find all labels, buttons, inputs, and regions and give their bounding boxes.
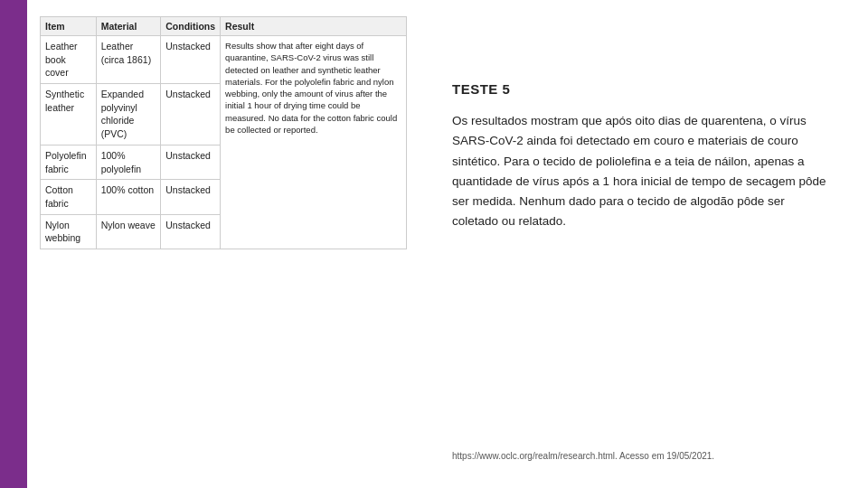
table-row: Leather book coverLeather (circa 1861)Un… — [41, 36, 407, 84]
cell-item: Cotton fabric — [41, 180, 97, 214]
cell-material: 100% polyolefin — [96, 145, 161, 179]
col-header-result: Result — [221, 17, 407, 36]
data-table: Item Material Conditions Result Leather … — [40, 16, 407, 249]
cell-conditions: Unstacked — [161, 84, 221, 145]
cell-item: Nylon webbing — [41, 214, 97, 249]
col-header-item: Item — [41, 17, 97, 36]
cell-item: Leather book cover — [41, 36, 97, 84]
cell-conditions: Unstacked — [161, 214, 221, 249]
content-section: TESTE 5 Os resultados mostram que após o… — [416, 0, 868, 488]
left-accent-bar — [0, 0, 27, 488]
col-header-material: Material — [96, 17, 161, 36]
cell-material: Nylon weave — [96, 214, 161, 249]
col-header-conditions: Conditions — [161, 17, 221, 36]
cell-item: Polyolefin fabric — [41, 145, 97, 179]
citation-text: https://www.oclc.org/realm/research.html… — [452, 442, 832, 461]
cell-result: Results show that after eight days of qu… — [221, 36, 407, 249]
cell-item: Synthetic leather — [41, 84, 97, 145]
test-body: Os resultados mostram que após oito dias… — [452, 111, 832, 232]
cell-conditions: Unstacked — [161, 180, 221, 214]
cell-material: Expanded polyvinyl chloride (PVC) — [96, 84, 161, 145]
cell-material: Leather (circa 1861) — [96, 36, 161, 84]
cell-conditions: Unstacked — [161, 36, 221, 84]
right-panel: TESTE 5 Os resultados mostram que após o… — [416, 0, 868, 488]
cell-material: 100% cotton — [96, 180, 161, 214]
table-section: Item Material Conditions Result Leather … — [27, 0, 416, 488]
cell-conditions: Unstacked — [161, 145, 221, 179]
test-title: TESTE 5 — [452, 81, 832, 97]
